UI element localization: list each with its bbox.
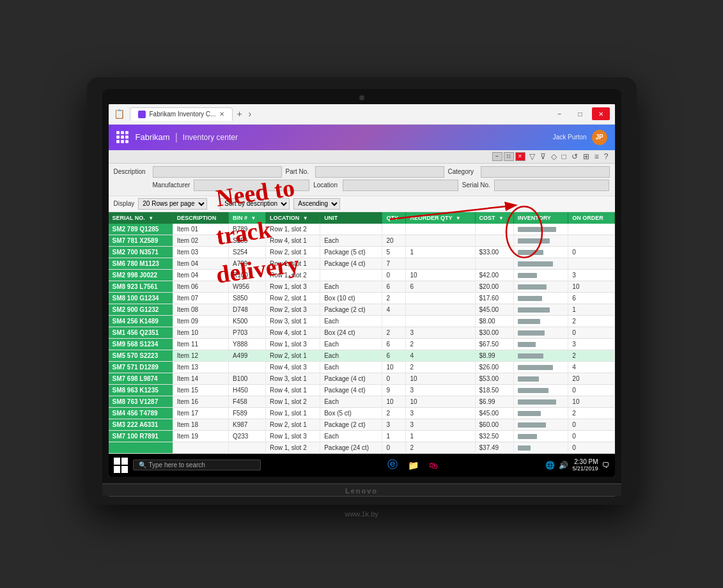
cell-3: Row 3, slot 1: [265, 373, 320, 384]
table-row[interactable]: SM8 763 V1287Item 16F458Row 1, slot 2Eac…: [109, 396, 615, 407]
inventory-bar: [518, 342, 536, 347]
new-tab-btn[interactable]: +: [233, 109, 245, 119]
col-qty[interactable]: QTY: [382, 212, 406, 224]
cell-9: [568, 235, 614, 246]
cell-3: Row 4, slot 3: [265, 361, 320, 373]
cell-4: Package (5 ct): [320, 246, 382, 258]
taskbar-edge[interactable]: ⓔ: [384, 456, 401, 474]
col-reorder[interactable]: REORDER QTY ▼: [406, 212, 475, 224]
col-onorder[interactable]: ON ORDER: [568, 212, 614, 224]
taskbar-task-view[interactable]: ⧉: [363, 456, 381, 474]
tab-title: Fabrikam Inventory C...: [150, 111, 216, 118]
table-row[interactable]: SM7 698 L9874Item 14B100Row 3, slot 1Pac…: [109, 373, 615, 384]
cell-5: 10: [382, 396, 406, 407]
col-bin[interactable]: BIN # ▼: [228, 212, 265, 224]
table-body: SM2 789 Q1285Item 01B789Row 1, slot 2SM7…: [109, 224, 615, 454]
inline-minimize[interactable]: −: [492, 152, 502, 161]
tab-area: Fabrikam Inventory C... ✕ + ›: [130, 107, 551, 121]
filter-icon-grid[interactable]: ⊞: [582, 151, 591, 162]
minimize-btn[interactable]: −: [551, 107, 569, 120]
table-row[interactable]: SM3 222 A6331Item 18K987Row 2, slot 1Pac…: [109, 419, 615, 430]
partno-input[interactable]: [315, 166, 444, 178]
location-input[interactable]: [343, 180, 458, 191]
table-row[interactable]: Row 1, slot 2Package (24 ct)02$37.490: [109, 442, 615, 453]
table-row[interactable]: SM5 570 S2223Item 12A499Row 2, slot 1Eac…: [109, 350, 615, 361]
cell-7: $45.00: [475, 407, 513, 419]
cell-6: 10: [406, 373, 475, 384]
cell-5: 2: [382, 292, 406, 304]
table-row[interactable]: SM2 700 N3571Item 03S254Row 2, slot 1Pac…: [109, 246, 615, 258]
cell-8: [513, 327, 568, 338]
cell-3: Row 2, slot 1: [265, 246, 320, 258]
table-row[interactable]: SM2 900 G1232Item 08D748Row 2, slot 3Pac…: [109, 304, 615, 315]
cell-5: 5: [382, 246, 406, 258]
tab-nav-btn[interactable]: ›: [246, 109, 254, 119]
taskbar-notifications-icon[interactable]: 🗨: [602, 461, 610, 470]
table-row[interactable]: SM7 781 X2589Item 02S256Row 4, slot 1Eac…: [109, 235, 615, 246]
start-button[interactable]: [114, 458, 129, 473]
taskbar-store[interactable]: 🛍: [424, 456, 442, 474]
tab-close-btn[interactable]: ✕: [219, 111, 224, 118]
table-row[interactable]: SM1 456 Q2351Item 10P703Row 4, slot 1Box…: [109, 327, 615, 338]
table-row[interactable]: SM2 789 Q1285Item 01B789Row 1, slot 2: [109, 224, 615, 235]
filter-icon-diamond[interactable]: ◇: [550, 151, 558, 162]
sort-select[interactable]: Sort by description: [220, 198, 290, 210]
cell-3: Row 1, slot 2: [265, 442, 320, 453]
table-row[interactable]: SM7 571 D1289Item 13Row 4, slot 3Each102…: [109, 361, 615, 373]
cell-1: Item 12: [173, 350, 228, 361]
filter-icon-refresh[interactable]: ↺: [570, 151, 579, 162]
col-serial[interactable]: SERIAL NO. ▼: [109, 212, 173, 224]
col-inventory[interactable]: INVENTORY: [513, 212, 568, 224]
close-btn[interactable]: ✕: [592, 107, 610, 120]
cell-7: $8.99: [475, 350, 513, 361]
table-row[interactable]: SM9 568 S1234Item 11Y888Row 1, slot 3Eac…: [109, 338, 615, 350]
cell-9: 0: [568, 384, 614, 396]
table-row[interactable]: SM6 780 M1123Item 04A789Row 2, slot 1Pac…: [109, 258, 615, 269]
cell-3: Row 2, slot 1: [265, 292, 320, 304]
cell-3: Row 4, slot 1: [265, 235, 320, 246]
taskbar-search-box[interactable]: 🔍 Type here to search: [133, 460, 261, 470]
table-row[interactable]: SM2 998 J0022Item 04R100Row 1, slot 2010…: [109, 269, 615, 281]
serialno-input[interactable]: [494, 180, 610, 191]
table-row[interactable]: SM8 100 G1234Item 07S850Row 2, slot 1Box…: [109, 292, 615, 304]
table-row[interactable]: SM7 100 R7891Item 19Q233Row 1, slot 3Eac…: [109, 430, 615, 442]
col-unit[interactable]: UNIT: [320, 212, 382, 224]
inline-maximize[interactable]: □: [504, 152, 514, 161]
table-row[interactable]: SM4 256 K1489Item 09K500Row 3, slot 1Eac…: [109, 315, 615, 327]
category-input[interactable]: [481, 166, 610, 178]
inline-close[interactable]: ✕: [515, 152, 525, 161]
cell-1: Item 14: [173, 373, 228, 384]
rows-per-page-select[interactable]: 20 Rows per page: [138, 198, 207, 210]
col-location[interactable]: LOCATION ▼: [265, 212, 320, 224]
cell-7: $20.00: [475, 281, 513, 292]
filter-icon-funnel[interactable]: ▽: [528, 151, 536, 162]
col-desc[interactable]: DESCRIPTION: [173, 212, 228, 224]
taskbar: 🔍 Type here to search ⧉ ⓔ 📁 🛍 🌐 🔊: [109, 454, 615, 477]
cell-0: SM6 780 M1123: [109, 258, 173, 269]
cell-7: $53.00: [475, 373, 513, 384]
taskbar-volume-icon: 🔊: [559, 461, 568, 470]
table-row[interactable]: SM8 963 K1235Item 15H450Row 4, slot 1Pac…: [109, 384, 615, 396]
cell-4: Each: [320, 281, 382, 292]
cell-8: [513, 419, 568, 430]
table-row[interactable]: SM8 923 L7561Item 06W956Row 1, slot 3Eac…: [109, 281, 615, 292]
cell-5: 0: [382, 442, 406, 453]
cell-2: S850: [228, 292, 265, 304]
app-grid-icon[interactable]: [116, 131, 129, 144]
cell-9: 10: [568, 396, 614, 407]
filter-icon-funnel2[interactable]: ⊽: [539, 151, 547, 162]
filter-icon-square[interactable]: □: [561, 151, 568, 162]
cell-5: 1: [382, 430, 406, 442]
filter-icon-table[interactable]: ≡: [593, 151, 600, 162]
manufacturer-input[interactable]: [194, 180, 309, 191]
maximize-btn[interactable]: □: [571, 107, 589, 120]
table-row[interactable]: SM4 456 T4789Item 17F589Row 1, slot 1Box…: [109, 407, 615, 419]
description-input[interactable]: [153, 166, 282, 178]
cell-1: Item 02: [173, 235, 228, 246]
order-select[interactable]: Ascending: [293, 198, 340, 210]
taskbar-explorer[interactable]: 📁: [404, 456, 422, 474]
col-cost[interactable]: COST ▼: [475, 212, 513, 224]
browser-tab[interactable]: Fabrikam Inventory C... ✕: [130, 107, 233, 121]
filter-icon-help[interactable]: ?: [603, 151, 610, 162]
cell-9: 0: [568, 246, 614, 258]
